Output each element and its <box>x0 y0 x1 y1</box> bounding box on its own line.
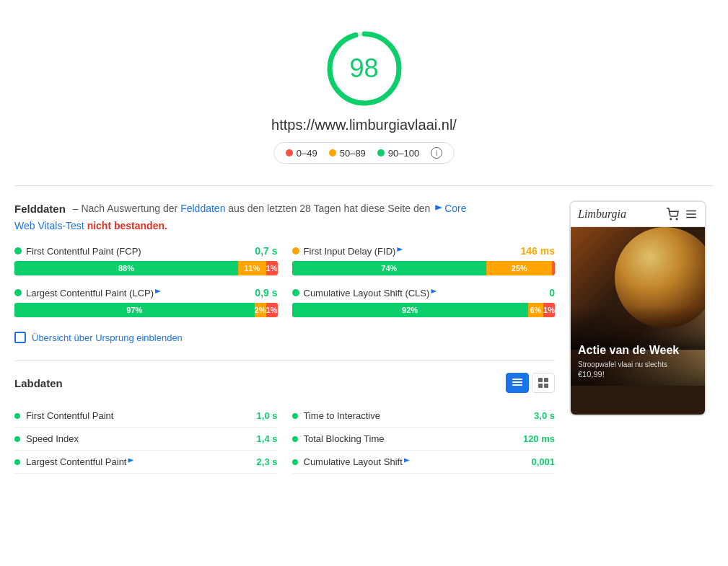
metrics-grid: First Contentful Paint (FCP) 0,7 s 88%11… <box>14 245 555 317</box>
lab-metric-label: Speed Index <box>26 433 79 444</box>
ubersicht-link[interactable]: Übersicht über Ursprung einblenden <box>32 332 183 343</box>
metric-value: 0 <box>549 287 555 299</box>
metric-value: 0,7 s <box>255 245 277 257</box>
orange-dot <box>329 149 336 156</box>
legend-green: 90–100 <box>377 148 419 159</box>
lab-dot <box>14 413 20 419</box>
bar-segment: 11% <box>238 261 266 275</box>
bar-segment: 6% <box>528 303 543 317</box>
metric-header: First Contentful Paint (FCP) 0,7 s <box>14 245 278 257</box>
lab-dot <box>292 459 298 465</box>
svg-point-9 <box>670 218 672 220</box>
lab-metric-left: Cumulative Layout Shift <box>292 456 410 467</box>
ubersicht-checkbox[interactable] <box>14 332 26 343</box>
lab-metric-label: Total Blocking Time <box>304 433 385 444</box>
lab-dot <box>292 436 298 442</box>
toggle-grid-btn[interactable] <box>532 373 555 393</box>
lab-metrics-right: Time to Interactive 3,0 s Total Blocking… <box>292 404 556 474</box>
svg-rect-3 <box>512 381 522 383</box>
metric-label: Cumulative Layout Shift (CLS) <box>292 288 437 299</box>
legend-green-label: 90–100 <box>388 148 419 159</box>
bar-segment: 1% <box>266 261 278 275</box>
lab-metrics-grid: First Contentful Paint 1,0 s Speed Index… <box>14 404 555 474</box>
green-dot <box>377 149 385 156</box>
metric-dot <box>292 247 299 255</box>
metric-label-text: First Input Delay (FID) <box>304 246 403 257</box>
metric-flag <box>155 289 161 296</box>
lab-metric-value: 1,0 s <box>257 410 278 421</box>
phone-hero: Actie van de Week Stroopwafel vlaai nu s… <box>571 227 705 386</box>
lab-metric-row: Cumulative Layout Shift 0,001 <box>292 451 556 474</box>
left-panel: Felddaten – Nach Auswertung der Felddate… <box>14 200 555 474</box>
felddaten-desc: – Nach Auswertung der Felddaten aus den … <box>70 200 467 216</box>
metric-flag <box>404 458 410 465</box>
metric-flag <box>431 289 437 296</box>
phone-mockup: Limburgia <box>569 200 706 416</box>
svg-rect-6 <box>544 378 548 382</box>
metric-label-text: First Contentful Paint (FCP) <box>26 246 141 257</box>
legend-red-label: 0–49 <box>297 148 317 159</box>
lab-dot <box>292 413 298 419</box>
labdaten-header: Labdaten <box>14 373 555 393</box>
menu-icon <box>685 208 698 221</box>
svg-rect-8 <box>544 384 548 388</box>
lab-dot <box>14 436 20 442</box>
info-icon[interactable]: i <box>431 147 442 159</box>
felddaten-title: Felddaten <box>14 200 66 218</box>
flag-icon <box>435 205 442 213</box>
svg-rect-4 <box>512 384 522 386</box>
lab-metric-left: Largest Contentful Paint <box>14 456 133 467</box>
score-legend: 0–49 50–89 90–100 i <box>273 142 455 164</box>
progress-bar: 92%6%1% <box>292 303 556 317</box>
metric-card: Cumulative Layout Shift (CLS) 0 92%6%1% <box>292 287 556 317</box>
metric-card: Largest Contentful Paint (LCP) 0,9 s 97%… <box>14 287 278 317</box>
score-circle: 98 <box>325 29 404 108</box>
core-link[interactable]: Core <box>444 203 466 214</box>
bar-segment: 25% <box>486 261 552 275</box>
hero-title: Actie van de Week <box>578 343 698 358</box>
svg-rect-7 <box>538 384 543 388</box>
lab-metric-value: 1,4 s <box>257 433 278 444</box>
svg-point-10 <box>676 218 677 220</box>
lab-metric-value: 3,0 s <box>534 410 555 421</box>
metric-value: 146 ms <box>521 245 555 257</box>
metric-card: First Input Delay (FID) 146 ms 74%25% <box>292 245 556 275</box>
lab-metric-row: First Contentful Paint 1,0 s <box>14 404 278 428</box>
lab-metric-row: Total Blocking Time 120 ms <box>292 428 556 451</box>
brand-name: Limburgia <box>578 208 626 221</box>
lab-metric-label: Cumulative Layout Shift <box>304 456 410 467</box>
hero-overlay: Actie van de Week Stroopwafel vlaai nu s… <box>571 336 705 386</box>
legend-orange: 50–89 <box>329 148 366 159</box>
lab-metric-row: Speed Index 1,4 s <box>14 428 278 451</box>
lab-metric-value: 0,001 <box>531 456 555 467</box>
toggle-list-btn[interactable] <box>506 373 529 393</box>
labdaten-title: Labdaten <box>14 377 63 389</box>
lab-metric-left: Total Blocking Time <box>292 433 385 444</box>
score-url: https://www.limburgiavlaai.nl/ <box>271 117 457 133</box>
section-divider <box>14 361 555 361</box>
progress-bar: 88%11%1% <box>14 261 278 275</box>
hero-subtitle: Stroopwafel vlaai nu slechts <box>578 361 698 368</box>
progress-bar: 97%2%1% <box>14 303 278 317</box>
nicht-bestanden: nicht bestanden. <box>87 220 167 231</box>
legend-red: 0–49 <box>286 148 317 159</box>
lab-metric-label: Largest Contentful Paint <box>26 456 133 467</box>
svg-rect-5 <box>538 378 543 382</box>
lab-metric-value: 120 ms <box>523 433 555 444</box>
lab-metric-row: Largest Contentful Paint 2,3 s <box>14 451 278 474</box>
lab-metric-label: First Contentful Paint <box>26 410 113 421</box>
lab-metric-label: Time to Interactive <box>304 410 380 421</box>
metric-card: First Contentful Paint (FCP) 0,7 s 88%11… <box>14 245 278 275</box>
metric-label-text: Cumulative Layout Shift (CLS) <box>304 288 437 299</box>
web-vitals-link[interactable]: Web Vitals-Test <box>14 220 84 231</box>
metric-header: Largest Contentful Paint (LCP) 0,9 s <box>14 287 278 299</box>
bar-segment: 1% <box>543 303 555 317</box>
right-panel: Limburgia <box>569 200 714 474</box>
lab-dot <box>14 459 20 465</box>
phone-icons <box>666 208 698 221</box>
lab-metric-left: Time to Interactive <box>292 410 380 421</box>
felddaten-link[interactable]: Felddaten <box>180 203 225 214</box>
metric-dot <box>14 247 22 255</box>
bar-segment: 74% <box>292 261 487 275</box>
progress-bar: 74%25% <box>292 261 556 275</box>
